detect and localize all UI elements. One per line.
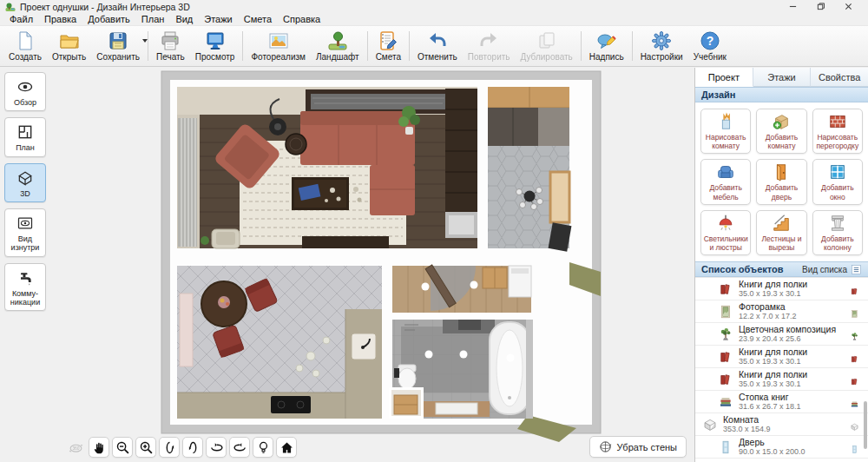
- viewport-3d[interactable]: Убрать стены: [50, 68, 694, 462]
- lights-button[interactable]: Светильники и люстры: [700, 210, 751, 255]
- landscape-button[interactable]: Ландшафт: [311, 27, 365, 65]
- open-button[interactable]: Открыть: [47, 27, 91, 65]
- toolbar-icon: [327, 30, 348, 51]
- menu-item[interactable]: План: [139, 14, 168, 24]
- hall-wardrobe[interactable]: [488, 108, 569, 146]
- photorealism-button[interactable]: Фотореализм: [246, 27, 311, 65]
- visibility-eye-button[interactable]: [848, 352, 861, 361]
- panel-tab[interactable]: Этажи: [753, 68, 812, 87]
- minimize-button[interactable]: [785, 1, 800, 12]
- living-room[interactable]: [177, 87, 477, 248]
- object-list-item[interactable]: Книги для полки 35.0 x 19.3 x 30.1: [695, 368, 868, 391]
- bathtub[interactable]: [490, 322, 529, 414]
- orbit-right-button[interactable]: [229, 437, 250, 458]
- pan-button[interactable]: [89, 437, 109, 458]
- rotate-vertical-right-button[interactable]: [182, 437, 203, 458]
- add-furniture-button[interactable]: Добавить мебель: [700, 159, 751, 204]
- visibility-eye-button[interactable]: [848, 442, 861, 452]
- entry-hall[interactable]: [488, 87, 571, 252]
- settings-button[interactable]: Настройки: [635, 27, 688, 65]
- menu-item[interactable]: Файл: [7, 14, 36, 24]
- zoom-in-button[interactable]: [135, 437, 156, 458]
- tutorial-button[interactable]: Учебник: [688, 27, 732, 65]
- object-list-item[interactable]: Книги для полки 35.0 x 19.3 x 30.1: [695, 346, 868, 368]
- objects-list-scrollbar[interactable]: [864, 401, 867, 449]
- visibility-eye-button[interactable]: [848, 374, 861, 384]
- sink[interactable]: [352, 333, 376, 360]
- add-room-button[interactable]: Добавить комнату: [756, 109, 806, 154]
- object-name: Книги для полки: [739, 347, 843, 358]
- sidebar-item-interior-view[interactable]: Вид изнутри: [4, 208, 46, 257]
- estimate-button[interactable]: Смета: [371, 27, 406, 65]
- remove-walls-button[interactable]: Убрать стены: [589, 436, 687, 458]
- save-button[interactable]: Сохранить: [91, 27, 145, 65]
- menu-item[interactable]: Правка: [42, 14, 79, 24]
- add-column-button[interactable]: Добавить колонну: [812, 210, 863, 255]
- close-button[interactable]: [840, 1, 856, 12]
- list-view-switch[interactable]: Вид списка: [802, 264, 862, 275]
- dining-table[interactable]: [201, 281, 247, 327]
- shower[interactable]: [443, 320, 495, 333]
- upper-cabinets[interactable]: [488, 87, 569, 108]
- desk-chair[interactable]: [212, 229, 240, 248]
- orbit-left-button[interactable]: [206, 437, 227, 458]
- object-list-item[interactable]: Цветочная композиция 23.9 x 20.4 x 25.6: [695, 323, 868, 346]
- save-dropdown-arrow-icon[interactable]: [142, 39, 148, 43]
- stairs-button[interactable]: Лестницы и вырезы: [756, 210, 806, 255]
- add-window-button[interactable]: Добавить окно: [812, 159, 863, 204]
- sidebar-item-communications[interactable]: Комму-никации: [4, 263, 46, 312]
- lighting-button[interactable]: [253, 437, 273, 458]
- washing-machine[interactable]: [509, 266, 531, 297]
- sidebar-item-3d[interactable]: 3D: [4, 163, 46, 202]
- visibility-eye-button[interactable]: [848, 307, 861, 316]
- menu-item[interactable]: Смета: [241, 14, 274, 24]
- object-list-item[interactable]: Шкаф двухстворчатый Анжу: [695, 459, 868, 462]
- sidebar-item-plan[interactable]: План: [4, 117, 46, 156]
- text-label-button[interactable]: Надпись: [584, 27, 629, 65]
- object-list-item[interactable]: Книги для полки 35.0 x 19.3 x 30.1: [695, 278, 868, 300]
- panel-tab[interactable]: Проект: [695, 68, 753, 87]
- object-list-item[interactable]: Стопка книг 31.6 x 26.7 x 18.1: [695, 391, 868, 413]
- menu-item[interactable]: Добавить: [85, 14, 133, 24]
- visibility-eye-button[interactable]: [848, 329, 861, 339]
- object-list-item[interactable]: Фоторамка 12.2 x 7.0 x 17.2: [695, 300, 868, 323]
- redo-button[interactable]: Повторить: [463, 27, 516, 65]
- visibility-eye-button[interactable]: [848, 397, 861, 406]
- menu-item[interactable]: Справка: [280, 14, 323, 24]
- apartment-model[interactable]: [161, 71, 601, 442]
- preview-button[interactable]: Просмотр: [190, 27, 240, 65]
- shelving-unit[interactable]: [445, 89, 477, 238]
- closet[interactable]: [389, 387, 424, 419]
- duplicate-button[interactable]: Дублировать: [516, 27, 578, 65]
- object-list-item[interactable]: Дверь 90.0 x 15.0 x 200.0: [695, 436, 868, 459]
- undo-button[interactable]: Отменить: [412, 27, 463, 65]
- object-list-item[interactable]: Комната 353.0 x 154.9: [695, 413, 868, 436]
- visibility-eye-button[interactable]: [848, 284, 861, 294]
- visibility-eye-button[interactable]: [848, 419, 861, 429]
- cooktop[interactable]: [271, 396, 311, 413]
- draw-partition-button[interactable]: Нарисовать перегородку: [812, 109, 863, 154]
- rotate-vertical-left-button[interactable]: [159, 437, 180, 458]
- zoom-out-button[interactable]: [112, 437, 133, 458]
- maximize-button[interactable]: [812, 1, 828, 12]
- home-view-button[interactable]: [276, 437, 297, 458]
- menu-item[interactable]: Вид: [173, 14, 195, 24]
- corridor-cabinet[interactable]: [483, 267, 507, 288]
- toolbar-button-label: Повторить: [468, 52, 510, 62]
- add-door-button[interactable]: Добавить дверь: [756, 159, 806, 204]
- print-button[interactable]: Печать: [151, 27, 190, 65]
- side-table[interactable]: [286, 134, 306, 155]
- panel-tab[interactable]: Свойства: [811, 68, 868, 87]
- new-project-button[interactable]: Создать: [3, 27, 47, 65]
- vanity[interactable]: [424, 401, 490, 417]
- tv-stand[interactable]: [302, 236, 389, 248]
- hall-bench[interactable]: [550, 172, 569, 222]
- toolbar-separator: [367, 31, 368, 61]
- kitchen[interactable]: [177, 266, 382, 419]
- draw-room-button[interactable]: Нарисовать комнату: [700, 109, 751, 154]
- sidebar-item-overview[interactable]: Обзор: [4, 72, 46, 111]
- corridor[interactable]: [392, 265, 531, 313]
- rotate-360-button[interactable]: [65, 437, 86, 458]
- tv-panel[interactable]: [306, 89, 451, 114]
- menu-item[interactable]: Этажи: [201, 14, 234, 24]
